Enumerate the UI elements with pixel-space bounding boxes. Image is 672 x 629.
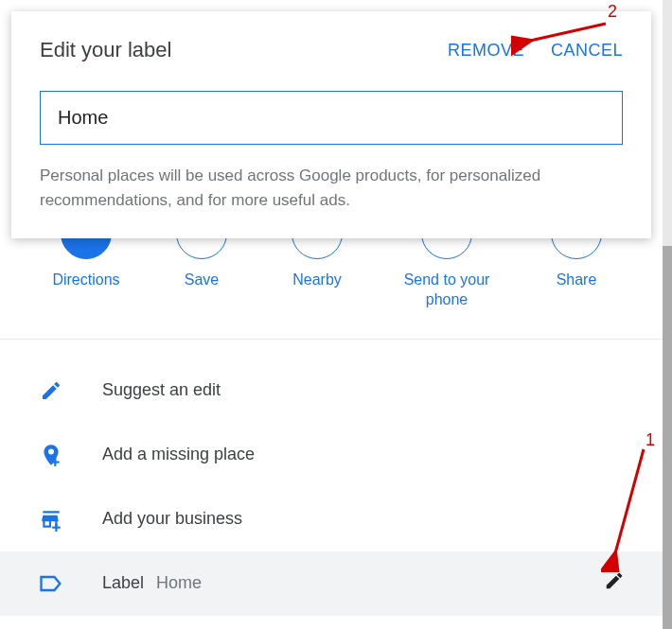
- dialog-title: Edit your label: [40, 38, 171, 62]
- svg-rect-3: [52, 526, 61, 528]
- add-missing-label: Add a missing place: [102, 445, 625, 464]
- dialog-actions: REMOVE CANCEL: [448, 41, 623, 61]
- label-title: Label: [102, 573, 144, 592]
- menu-list: Suggest an edit Add a missing place Add …: [0, 340, 663, 616]
- cancel-button[interactable]: CANCEL: [551, 41, 623, 61]
- add-business-label: Add your business: [102, 509, 625, 529]
- scrollbar[interactable]: [663, 246, 672, 629]
- suggest-edit-item[interactable]: Suggest an edit: [0, 358, 663, 423]
- share-label: Share: [557, 271, 597, 290]
- suggest-edit-label: Suggest an edit: [102, 380, 625, 400]
- edit-label-button[interactable]: [604, 570, 625, 596]
- remove-button[interactable]: REMOVE: [448, 41, 524, 61]
- send-label: Send to your phone: [395, 271, 499, 310]
- pin-plus-icon: [38, 442, 64, 468]
- add-missing-place-item[interactable]: Add a missing place: [0, 423, 663, 487]
- svg-rect-1: [51, 461, 60, 463]
- label-value: Home: [156, 573, 202, 592]
- save-label: Save: [185, 271, 219, 290]
- add-business-item[interactable]: Add your business: [0, 487, 663, 551]
- label-icon: [38, 570, 64, 597]
- store-plus-icon: [38, 506, 64, 533]
- label-input[interactable]: [40, 91, 623, 145]
- nearby-label: Nearby: [292, 271, 342, 290]
- directions-label: Directions: [52, 271, 119, 290]
- pencil-icon: [38, 377, 64, 404]
- label-item[interactable]: Label Home: [0, 551, 663, 616]
- label-text: Label Home: [102, 573, 625, 593]
- dialog-header: Edit your label REMOVE CANCEL: [40, 38, 623, 62]
- edit-label-dialog: Edit your label REMOVE CANCEL Personal p…: [11, 11, 651, 238]
- dialog-hint: Personal places will be used across Goog…: [40, 164, 623, 212]
